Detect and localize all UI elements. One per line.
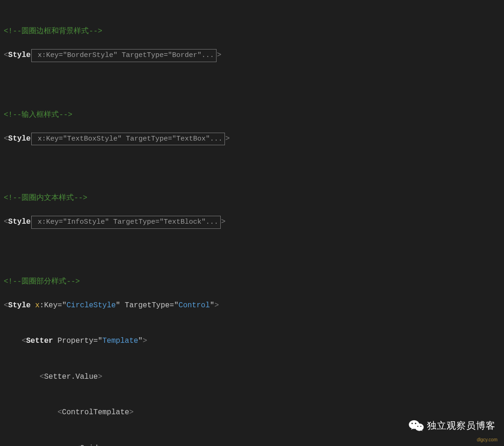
svg-point-1	[415, 424, 424, 431]
code-line: <ControlTemplate>	[4, 407, 504, 419]
code-line: <Setter Property="Template">	[4, 335, 504, 347]
comment-line: <!--圆圈部分样式-->	[4, 276, 504, 288]
svg-point-3	[415, 423, 416, 424]
comment-line: <!--圆圈边框和背景样式-->	[4, 26, 504, 38]
watermark-url: dlgcy.com	[477, 437, 497, 442]
blank-line	[4, 240, 504, 252]
comment-line: <!--输入框样式-->	[4, 109, 504, 121]
watermark-text: 独立观察员博客	[427, 419, 496, 432]
svg-point-2	[412, 423, 413, 424]
collapsed-region[interactable]: x:Key="TextBoxStyle" TargetType="TextBox…	[31, 133, 225, 146]
comment-line: <!--圆圈内文本样式-->	[4, 192, 504, 205]
collapsed-region[interactable]: x:Key="BorderStyle" TargetType="Border".…	[31, 49, 217, 62]
code-line: <Style x:Key="InfoStyle" TargetType="Tex…	[4, 216, 504, 228]
svg-point-4	[417, 426, 418, 427]
code-line: <Style x:Key="CircleStyle" TargetType="C…	[4, 300, 504, 312]
code-line: <Setter.Value>	[4, 371, 504, 383]
code-line: <Grid>	[4, 443, 504, 446]
code-editor[interactable]: <!--圆圈边框和背景样式--> <Style x:Key="BorderSty…	[0, 0, 504, 446]
collapsed-region[interactable]: x:Key="InfoStyle" TargetType="TextBlock"…	[31, 216, 221, 229]
code-line: <Style x:Key="BorderStyle" TargetType="B…	[4, 50, 504, 62]
code-line: <Style x:Key="TextBoxStyle" TargetType="…	[4, 133, 504, 145]
watermark: 独立观察员博客	[408, 419, 496, 432]
svg-point-5	[420, 426, 421, 427]
wechat-icon	[408, 419, 424, 432]
blank-line	[4, 73, 504, 85]
blank-line	[4, 157, 504, 169]
